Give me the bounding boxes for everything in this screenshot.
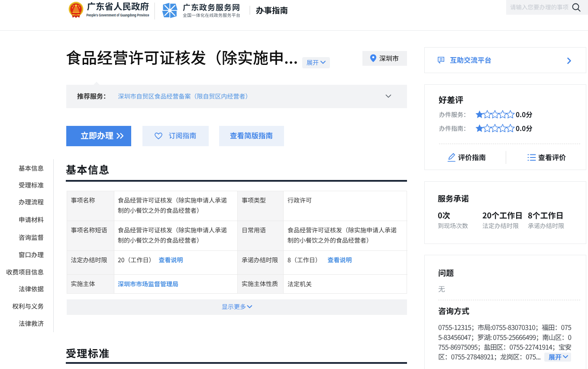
svg-text:People's Government of Guangdo: People's Government of Guangdong Provinc… xyxy=(87,13,149,17)
